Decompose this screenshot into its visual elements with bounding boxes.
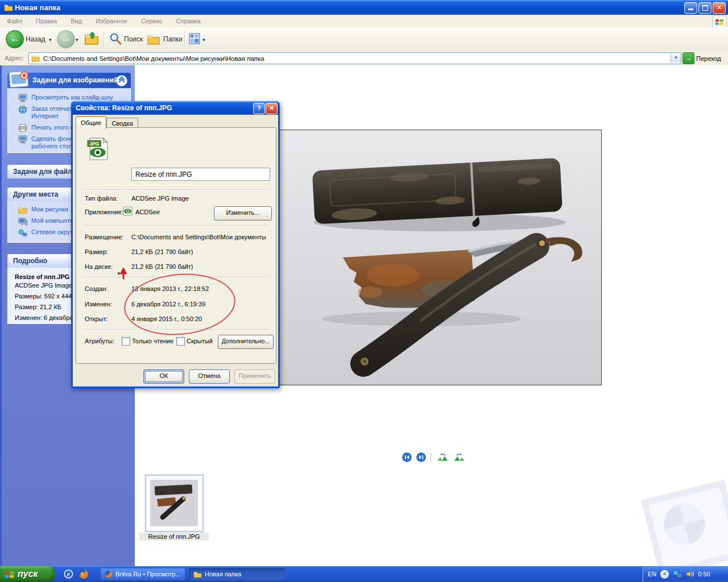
details-size: Размер: 21,2 КБ xyxy=(15,304,61,310)
rotate-counterclockwise-button[interactable] xyxy=(436,453,449,462)
back-dropdown-icon[interactable]: ▾ xyxy=(49,37,52,43)
menu-edit[interactable]: Правка xyxy=(29,18,64,24)
forward-button[interactable]: → xyxy=(57,30,75,48)
picture-tasks-icon xyxy=(9,70,30,88)
folders-label[interactable]: Папки xyxy=(163,35,183,43)
system-tray: EN < 0:50 xyxy=(642,566,728,582)
details-dimensions: Размеры: 592 x 444 xyxy=(15,293,72,300)
back-button[interactable]: ← xyxy=(6,30,24,48)
task-slideshow[interactable]: Просмотреть как слайд-шоу xyxy=(18,94,113,102)
menu-help[interactable]: Справка xyxy=(169,18,208,24)
readonly-label: Только чтение xyxy=(132,338,173,344)
type-label: Тип файла: xyxy=(85,195,118,202)
change-app-button[interactable]: Изменить... xyxy=(214,206,272,221)
quicklaunch-ie-icon[interactable]: e xyxy=(64,569,73,579)
up-folder-icon[interactable] xyxy=(84,32,99,45)
quicklaunch-firefox-icon[interactable] xyxy=(78,569,89,579)
hidden-label: Скрытый xyxy=(187,338,213,344)
taskbar-item-britva[interactable]: Britva.Ru • Просмотр... xyxy=(100,568,185,580)
search-icon[interactable] xyxy=(109,32,122,45)
start-button[interactable]: пуск xyxy=(0,566,55,582)
pictures-folder-icon xyxy=(18,206,27,214)
language-indicator[interactable]: EN xyxy=(648,571,656,577)
ondisk-label: На диске: xyxy=(85,263,113,270)
task-order-prints[interactable]: Заказ отпечатк Интернет xyxy=(18,105,75,120)
globe-icon xyxy=(18,105,27,114)
toolbar: ← Назад ▾ → ▾ Поиск Папки ▾ xyxy=(0,27,728,51)
menu-view[interactable]: Вид xyxy=(64,18,89,24)
folder-icon xyxy=(4,3,13,11)
attributes-label: Атрибуты: xyxy=(85,338,114,344)
dialog-help-button[interactable]: ? xyxy=(253,103,265,114)
computer-icon xyxy=(18,217,27,226)
menu-tools[interactable]: Сервис xyxy=(134,18,169,24)
window-title: Новая папка xyxy=(15,3,60,12)
window-titlebar: Новая папка ✕ xyxy=(0,0,728,15)
back-label[interactable]: Назад xyxy=(26,35,45,43)
apply-button[interactable]: Применить xyxy=(234,369,275,384)
acdsee-app-icon xyxy=(123,206,133,216)
opened-label: Открыт: xyxy=(85,315,108,322)
svg-text:e: e xyxy=(67,570,71,578)
filename-input[interactable] xyxy=(131,168,270,181)
place-network[interactable]: Сетевое окруж xyxy=(18,228,75,238)
menu-favorites[interactable]: Избранное xyxy=(89,18,134,24)
go-label[interactable]: Переход xyxy=(696,55,721,62)
close-button[interactable]: ✕ xyxy=(713,2,726,14)
desktop: Новая папка ✕ Файл Правка Вид Избранное … xyxy=(0,0,728,582)
dialog-close-button[interactable]: ✕ xyxy=(266,103,278,114)
go-button[interactable]: → xyxy=(682,52,694,64)
minimize-button[interactable] xyxy=(684,2,697,14)
thumbnail-caption[interactable]: Resize of ппп.JPG xyxy=(139,533,209,541)
readonly-checkbox[interactable] xyxy=(122,337,130,346)
picture-folder-watermark-icon xyxy=(641,480,728,577)
modified-label: Изменен: xyxy=(85,301,112,307)
network-icon xyxy=(18,228,27,238)
properties-dialog: Свойства: Resize of ппп.JPG ? ✕ Общие Св… xyxy=(71,101,280,388)
collapse-chevron-icon[interactable] xyxy=(116,75,127,86)
place-my-pictures[interactable]: Мои рисунки xyxy=(18,206,68,214)
location-value: C:\Documents and Settings\Bot\Мои докуме… xyxy=(131,234,272,240)
ondisk-value: 21,2 КБ (21 790 байт) xyxy=(131,263,193,270)
hidden-checkbox[interactable] xyxy=(176,337,185,346)
task-set-wallpaper[interactable]: Сделать фонов рабочего стола xyxy=(18,135,76,150)
taskbar-item-folder[interactable]: Новая папка xyxy=(189,568,286,580)
views-dropdown-icon[interactable]: ▾ xyxy=(202,37,205,43)
restore-button[interactable] xyxy=(698,2,712,14)
rotate-clockwise-button[interactable] xyxy=(453,453,466,462)
annotation-arrow-icon xyxy=(117,265,129,280)
network-tray-icon[interactable] xyxy=(673,569,682,579)
search-label[interactable]: Поиск xyxy=(124,35,143,43)
clock[interactable]: 0:50 xyxy=(698,571,710,577)
folder-icon xyxy=(31,55,40,62)
address-input[interactable]: C:\Documents and Settings\Bot\Мои докуме… xyxy=(28,52,681,64)
previous-image-button[interactable] xyxy=(402,452,412,462)
volume-icon[interactable] xyxy=(686,570,694,578)
folders-icon[interactable] xyxy=(147,34,160,45)
tray-hide-icon[interactable]: < xyxy=(660,570,669,579)
menu-file[interactable]: Файл xyxy=(0,18,29,24)
printer-icon xyxy=(18,124,27,132)
thumbnail-item[interactable] xyxy=(146,475,203,531)
location-label: Размещение: xyxy=(85,234,123,240)
ok-button[interactable]: ОК xyxy=(143,369,184,384)
type-value: ACDSee JPG Image xyxy=(131,195,189,202)
size-value: 21,2 КБ (21 790 байт) xyxy=(131,248,193,255)
details-type: ACDSee JPG Image xyxy=(15,282,72,289)
forward-dropdown-icon: ▾ xyxy=(76,37,78,43)
next-image-button[interactable] xyxy=(416,452,426,462)
cancel-button[interactable]: Отмена xyxy=(189,369,230,384)
application-label: Приложение: xyxy=(85,209,123,215)
wallpaper-icon xyxy=(18,135,27,143)
advanced-button[interactable]: Дополнительно... xyxy=(218,335,274,349)
created-label: Создан: xyxy=(85,285,107,292)
views-icon[interactable] xyxy=(189,33,200,44)
acdsee-jpg-file-icon xyxy=(86,137,110,161)
address-dropdown-icon[interactable]: ▾ xyxy=(671,53,681,63)
taskbar: пуск e Britva.Ru • Просмотр... Новая пап… xyxy=(0,566,728,582)
task-print-image[interactable]: Печать этого и xyxy=(18,124,74,132)
place-my-computer[interactable]: Мой компьютер xyxy=(18,217,77,226)
tab-general[interactable]: Общие xyxy=(76,116,106,129)
size-label: Размер: xyxy=(85,248,108,255)
thumbnail-image xyxy=(150,480,198,526)
